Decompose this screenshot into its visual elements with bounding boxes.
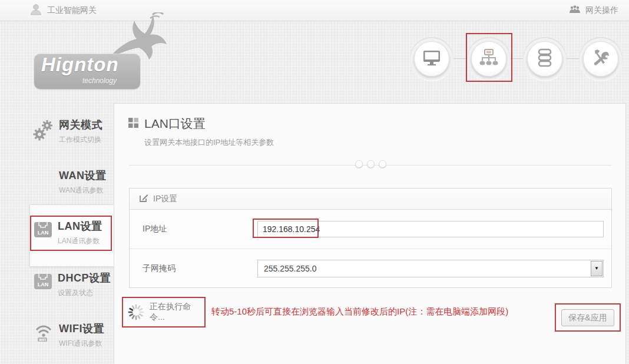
nav-network-button[interactable] [471,41,506,77]
command-status-box: 正在执行命令... [122,297,206,327]
tools-icon [591,48,610,70]
sidebar-item-subtitle: WIFI通讯参数 [59,339,104,349]
gateway-actions[interactable]: 网关操作 [569,5,618,16]
sidebar-item-title: DHCP设置 [58,271,111,285]
page-title: LAN口设置 [144,115,274,132]
sidebar-item-dhcp-settings[interactable]: LAN DHCP设置 设置及状态 [33,271,113,298]
sidebar-item-wifi-settings[interactable]: WIFI WIFI设置 WIFI通讯参数 [33,322,113,349]
user-icon [29,3,42,18]
wifi-icon: WIFI [33,323,54,345]
sidebar-item-title: 网关模式 [59,118,102,132]
sidebar-item-title: LAN设置 [58,219,102,233]
sidebar-item-lan-settings[interactable]: LAN LAN设置 LAN通讯参数 [33,219,113,246]
loading-text: 正在执行命令... [150,302,204,323]
ip-address-input[interactable] [257,221,604,237]
sidebar-item-subtitle: WAN通讯参数 [59,186,107,196]
edit-icon [139,193,148,204]
panel-header: IP设置 [130,188,611,210]
page-subtitle: 设置网关本地接口的IP地址等相关参数 [144,137,274,148]
brand-subname: technology [82,77,117,85]
sidebar-item-gateway-mode[interactable]: 网关模式 工作模式切换 [33,118,113,145]
group-icon [569,5,581,16]
svg-text:LAN: LAN [38,230,49,236]
instruction-note: 转动5-10秒后可直接在浏览器输入当前修改后的IP(注：需在电脑端添加网段) [211,306,508,317]
nav-tools-button[interactable] [583,41,618,77]
app-identity: 工业智能网关 [29,3,97,18]
network-topology-icon [479,49,499,69]
carousel-dot[interactable] [367,160,375,168]
lan-port-icon: LAN [33,220,53,241]
brand-name: Hignton [41,54,119,76]
monitor-icon [422,49,441,68]
app-title: 工业智能网关 [47,5,97,16]
nav-system-tools [579,37,623,81]
brand-logo: Hignton technology [34,32,152,91]
database-stack-icon [537,48,552,70]
nav-monitor-button[interactable] [414,41,449,77]
subnet-mask-value: 255.255.255.0 [264,264,317,273]
subnet-mask-row: 子网掩码 255.255.255.0 ▼ [130,249,611,287]
gears-icon [33,119,54,144]
gateway-admin-page: 工业智能网关 网关操作 Hignton technology [0,0,629,364]
svg-text:LAN: LAN [38,282,49,287]
main-content: LAN口设置 设置网关本地接口的IP地址等相关参数 IP设置 IP地址 子网 [114,103,626,364]
grid-icon [128,118,138,148]
subnet-mask-select[interactable]: 255.255.255.0 ▼ [257,260,604,277]
save-apply-button[interactable]: 保存&应用 [561,309,614,326]
dropdown-arrow-icon[interactable]: ▼ [591,261,602,276]
carousel-dots [114,160,627,168]
highlight-box-save: 保存&应用 [555,303,621,332]
sidebar-item-title: WIFI设置 [59,322,104,336]
sidebar-item-subtitle: LAN通讯参数 [58,236,102,246]
gateway-action-label: 网关操作 [585,5,618,16]
loading-spinner-icon [127,303,145,321]
carousel-dot[interactable] [379,160,386,168]
ip-settings-panel: IP设置 IP地址 子网掩码 255.255.255.0 ▼ [129,188,612,288]
logo-plate: Hignton technology [34,54,140,89]
nav-data-storage [523,37,567,81]
nav-storage-button[interactable] [527,41,562,77]
lan-port-icon: LAN [33,272,53,293]
ip-address-label: IP地址 [143,224,257,234]
svg-text:WIFI: WIFI [39,338,46,342]
sidebar-item-title: WAN设置 [59,168,107,183]
carousel-dot[interactable] [355,160,363,168]
panel-title: IP设置 [153,194,177,204]
subnet-mask-label: 子网掩码 [143,263,257,274]
nav-status-monitor [410,37,453,81]
sidebar-item-subtitle: 工作模式切换 [59,135,102,145]
nav-network-settings [467,37,511,81]
page-header: LAN口设置 设置网关本地接口的IP地址等相关参数 [128,115,274,148]
sidebar-item-subtitle: 设置及状态 [58,288,111,298]
top-bar: 工业智能网关 网关操作 [0,0,629,21]
ip-address-row: IP地址 [130,210,611,249]
